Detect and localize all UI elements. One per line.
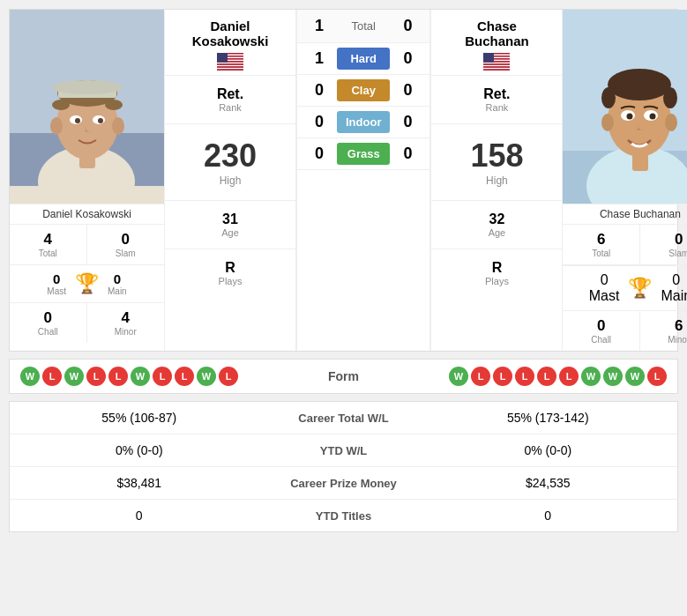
svg-rect-29 <box>217 68 243 70</box>
svg-rect-43 <box>483 66 510 68</box>
left-ytd-wl: 0% (0-0) <box>23 443 256 457</box>
main-container: Daniel Kosakowski 4 Total 0 Slam 0 Mast <box>0 0 687 541</box>
left-flag <box>169 53 291 71</box>
prize-row: $38,481 Career Prize Money $24,535 <box>10 467 677 500</box>
form-badge-w: W <box>20 367 40 386</box>
left-ytd-titles: 0 <box>23 508 256 523</box>
svg-rect-40 <box>483 63 510 64</box>
ytd-wl-row: 0% (0-0) YTD W/L 0% (0-0) <box>10 434 677 467</box>
left-chall-minor: 0 Chall 4 Minor <box>10 303 164 343</box>
ytd-titles-row: 0 YTD Titles 0 <box>10 500 677 531</box>
form-badge-w: W <box>603 367 623 386</box>
right-form-badges: WLLLLLWWWL <box>388 367 668 386</box>
left-stats-grid: 4 Total 0 Slam <box>10 224 164 265</box>
left-plays-row: R Plays <box>165 249 295 297</box>
right-chall-cell: 0 Chall <box>563 311 640 351</box>
left-trophy-icon: 🏆 <box>75 272 99 295</box>
form-label: Form <box>300 369 388 383</box>
svg-point-54 <box>663 87 677 108</box>
left-age-row: 31 Age <box>165 201 295 249</box>
career-wl-row: 55% (106-87) Career Total W/L 55% (173-1… <box>10 402 677 434</box>
ytd-titles-label: YTD Titles <box>256 509 432 523</box>
svg-rect-25 <box>217 63 243 64</box>
svg-rect-30 <box>217 69 243 71</box>
svg-rect-16 <box>10 186 164 204</box>
left-name-header: Daniel Kosakowski <box>165 10 295 76</box>
form-badge-l: L <box>42 367 62 386</box>
right-chall-minor: 0 Chall 6 Minor <box>563 311 687 351</box>
left-player-name-below: Daniel Kosakowski <box>10 204 164 224</box>
grass-row: 0 Grass 0 <box>297 138 429 170</box>
svg-point-13 <box>98 118 103 123</box>
clay-row: 0 Clay 0 <box>297 75 429 107</box>
left-form-badges: WLWLLWLLWL <box>20 367 300 386</box>
career-wl-label: Career Total W/L <box>256 412 432 425</box>
form-badge-l: L <box>647 367 667 386</box>
right-trophy-icon: 🏆 <box>628 277 652 300</box>
svg-point-7 <box>105 100 123 110</box>
left-main-cell: 0 Main <box>108 271 127 296</box>
form-badge-l: L <box>108 367 128 386</box>
svg-point-56 <box>665 114 677 131</box>
form-badge-l: L <box>559 367 579 386</box>
right-career-wl: 55% (173-142) <box>432 411 665 425</box>
form-badge-l: L <box>493 367 512 386</box>
svg-rect-42 <box>483 65 510 67</box>
indoor-row: 0 Indoor 0 <box>297 107 429 138</box>
left-prize: $38,481 <box>23 476 256 490</box>
middle-column: 1 Total 0 1 Hard 0 0 Clay 0 0 Indoor 0 <box>296 10 430 351</box>
prize-label: Career Prize Money <box>256 477 432 490</box>
left-player-photo <box>10 10 164 204</box>
left-minor-cell: 4 Minor <box>87 303 165 343</box>
left-high-row: 230 High <box>165 124 295 201</box>
svg-point-9 <box>112 117 124 135</box>
right-player-name-below: Chase Buchanan <box>563 204 687 224</box>
form-badge-l: L <box>175 367 194 386</box>
left-mast-cell: 0 Mast <box>47 271 66 296</box>
right-main-cell: 0 Main <box>661 272 687 304</box>
svg-rect-45 <box>483 69 510 71</box>
form-badge-l: L <box>153 367 172 386</box>
right-ytd-wl: 0% (0-0) <box>432 443 665 457</box>
left-total-cell: 4 Total <box>10 225 87 265</box>
svg-point-15 <box>52 80 123 94</box>
svg-rect-26 <box>217 63 243 65</box>
form-badge-l: L <box>219 367 238 386</box>
left-slam-cell: 0 Slam <box>87 225 165 265</box>
right-mast-cell: 0 Mast <box>589 272 620 304</box>
left-career-wl: 55% (106-87) <box>23 411 256 425</box>
svg-point-6 <box>52 100 70 110</box>
hard-row: 1 Hard 0 <box>297 43 429 75</box>
svg-point-59 <box>627 114 633 120</box>
left-chall-cell: 0 Chall <box>10 303 87 343</box>
svg-rect-27 <box>217 65 243 67</box>
right-name-header: Chase Buchanan <box>431 10 562 76</box>
right-slam-cell: 0 Slam <box>640 225 687 265</box>
form-badge-w: W <box>449 367 468 386</box>
svg-rect-31 <box>217 53 228 63</box>
right-player-photo <box>563 10 687 204</box>
right-player-block: Chase Buchanan 6 Total 0 Slam 0 Mast <box>563 10 687 351</box>
right-stats-panel: Chase Buchanan <box>430 10 563 351</box>
form-badge-w: W <box>197 367 216 386</box>
form-badge-l: L <box>86 367 106 386</box>
right-trophy-row: 0 Mast 🏆 0 Main <box>563 265 687 311</box>
svg-point-53 <box>601 87 616 108</box>
form-badge-w: W <box>581 367 601 386</box>
svg-rect-44 <box>483 68 510 70</box>
comparison-card: Daniel Kosakowski 4 Total 0 Slam 0 Mast <box>9 9 678 352</box>
right-age-row: 32 Age <box>431 201 562 249</box>
form-badge-l: L <box>537 367 556 386</box>
form-badge-l: L <box>471 367 490 386</box>
ytd-wl-label: YTD W/L <box>256 444 432 457</box>
svg-point-60 <box>650 114 656 120</box>
svg-point-8 <box>50 117 63 135</box>
total-row: 1 Total 0 <box>297 10 429 43</box>
right-ytd-titles: 0 <box>432 508 665 523</box>
svg-point-52 <box>608 69 671 100</box>
right-stats-grid: 6 Total 0 Slam <box>563 224 687 265</box>
form-badge-w: W <box>625 367 645 386</box>
right-minor-cell: 6 Minor <box>640 311 687 351</box>
right-total-cell: 6 Total <box>563 225 640 265</box>
form-section: WLWLLWLLWL Form WLLLLLWWWL <box>9 359 678 394</box>
